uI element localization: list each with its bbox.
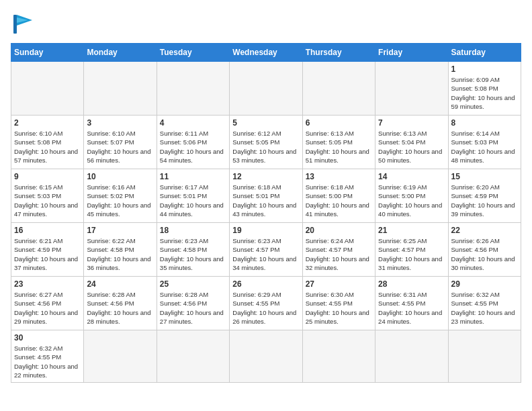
calendar-cell [84,330,157,383]
day-number: 3 [87,118,153,128]
day-number: 5 [232,118,299,128]
cell-info: Sunrise: 6:30 AMSunset: 4:55 PMDaylight:… [306,290,372,326]
calendar-cell [375,330,448,383]
svg-rect-0 [13,15,17,34]
day-number: 13 [306,172,372,181]
calendar-cell: 17Sunrise: 6:22 AMSunset: 4:58 PMDayligh… [84,223,157,277]
calendar-cell [84,62,157,116]
calendar-cell: 28Sunrise: 6:31 AMSunset: 4:55 PMDayligh… [375,277,448,330]
calendar-cell: 25Sunrise: 6:28 AMSunset: 4:56 PMDayligh… [157,277,229,330]
cell-info: Sunrise: 6:13 AMSunset: 5:04 PMDaylight:… [378,129,445,165]
calendar-cell [302,330,375,383]
cell-info: Sunrise: 6:24 AMSunset: 4:57 PMDaylight:… [306,236,372,272]
cell-info: Sunrise: 6:22 AMSunset: 4:58 PMDaylight:… [87,236,153,272]
calendar-cell: 14Sunrise: 6:19 AMSunset: 5:00 PMDayligh… [375,169,448,223]
day-number: 30 [14,333,81,342]
cell-info: Sunrise: 6:21 AMSunset: 4:59 PMDaylight:… [14,236,81,272]
cell-info: Sunrise: 6:26 AMSunset: 4:56 PMDaylight:… [451,236,518,272]
calendar-cell: 22Sunrise: 6:26 AMSunset: 4:56 PMDayligh… [448,223,521,277]
page-header [11,11,521,38]
cell-info: Sunrise: 6:09 AMSunset: 5:08 PMDaylight:… [451,75,518,111]
header-monday: Monday [84,44,157,62]
logo-icon [11,11,38,38]
calendar-cell [230,62,302,116]
header-thursday: Thursday [302,44,375,62]
cell-info: Sunrise: 6:13 AMSunset: 5:05 PMDaylight:… [306,129,372,165]
day-number: 12 [232,172,299,181]
day-number: 14 [378,172,445,181]
calendar-cell: 12Sunrise: 6:18 AMSunset: 5:01 PMDayligh… [230,169,302,223]
cell-info: Sunrise: 6:15 AMSunset: 5:03 PMDaylight:… [14,183,81,218]
calendar-week-row: 16Sunrise: 6:21 AMSunset: 4:59 PMDayligh… [11,223,521,277]
calendar-cell: 15Sunrise: 6:20 AMSunset: 4:59 PMDayligh… [448,169,521,223]
calendar-cell: 19Sunrise: 6:23 AMSunset: 4:57 PMDayligh… [230,223,302,277]
calendar-cell [302,62,375,116]
calendar-cell: 29Sunrise: 6:32 AMSunset: 4:55 PMDayligh… [448,277,521,330]
day-number: 8 [451,118,518,128]
header-saturday: Saturday [448,44,521,62]
calendar-cell: 26Sunrise: 6:29 AMSunset: 4:55 PMDayligh… [230,277,302,330]
calendar-cell: 10Sunrise: 6:16 AMSunset: 5:02 PMDayligh… [84,169,157,223]
day-number: 26 [232,279,299,289]
calendar-cell: 7Sunrise: 6:13 AMSunset: 5:04 PMDaylight… [375,116,448,169]
cell-info: Sunrise: 6:17 AMSunset: 5:01 PMDaylight:… [160,183,226,218]
calendar-week-row: 23Sunrise: 6:27 AMSunset: 4:56 PMDayligh… [11,277,521,330]
calendar-cell: 18Sunrise: 6:23 AMSunset: 4:58 PMDayligh… [157,223,229,277]
cell-info: Sunrise: 6:27 AMSunset: 4:56 PMDaylight:… [14,290,81,326]
day-number: 23 [14,279,81,289]
calendar-header-row: SundayMondayTuesdayWednesdayThursdayFrid… [11,44,521,62]
cell-info: Sunrise: 6:20 AMSunset: 4:59 PMDaylight:… [451,183,518,218]
calendar-cell: 23Sunrise: 6:27 AMSunset: 4:56 PMDayligh… [11,277,84,330]
calendar-cell: 30Sunrise: 6:32 AMSunset: 4:55 PMDayligh… [11,330,84,383]
day-number: 1 [451,64,518,74]
calendar-cell: 24Sunrise: 6:28 AMSunset: 4:56 PMDayligh… [84,277,157,330]
calendar-cell: 3Sunrise: 6:10 AMSunset: 5:07 PMDaylight… [84,116,157,169]
calendar-cell [11,62,84,116]
calendar-cell [230,330,302,383]
calendar-cell: 11Sunrise: 6:17 AMSunset: 5:01 PMDayligh… [157,169,229,223]
cell-info: Sunrise: 6:10 AMSunset: 5:07 PMDaylight:… [87,129,153,165]
cell-info: Sunrise: 6:28 AMSunset: 4:56 PMDaylight:… [160,290,226,326]
cell-info: Sunrise: 6:32 AMSunset: 4:55 PMDaylight:… [451,290,518,326]
day-number: 9 [14,172,81,181]
cell-info: Sunrise: 6:14 AMSunset: 5:03 PMDaylight:… [451,129,518,165]
logo [11,11,40,38]
calendar-cell: 13Sunrise: 6:18 AMSunset: 5:00 PMDayligh… [302,169,375,223]
cell-info: Sunrise: 6:18 AMSunset: 5:01 PMDaylight:… [232,183,299,218]
cell-info: Sunrise: 6:16 AMSunset: 5:02 PMDaylight:… [87,183,153,218]
cell-info: Sunrise: 6:25 AMSunset: 4:57 PMDaylight:… [378,236,445,272]
calendar-week-row: 2Sunrise: 6:10 AMSunset: 5:08 PMDaylight… [11,116,521,169]
day-number: 10 [87,172,153,181]
day-number: 11 [160,172,226,181]
cell-info: Sunrise: 6:23 AMSunset: 4:58 PMDaylight:… [160,236,226,272]
day-number: 15 [451,172,518,181]
calendar-cell: 8Sunrise: 6:14 AMSunset: 5:03 PMDaylight… [448,116,521,169]
calendar-week-row: 9Sunrise: 6:15 AMSunset: 5:03 PMDaylight… [11,169,521,223]
day-number: 28 [378,279,445,289]
calendar-cell: 5Sunrise: 6:12 AMSunset: 5:05 PMDaylight… [230,116,302,169]
cell-info: Sunrise: 6:19 AMSunset: 5:00 PMDaylight:… [378,183,445,218]
calendar-cell [375,62,448,116]
cell-info: Sunrise: 6:11 AMSunset: 5:06 PMDaylight:… [160,129,226,165]
day-number: 17 [87,226,153,235]
day-number: 25 [160,279,226,289]
calendar-table: SundayMondayTuesdayWednesdayThursdayFrid… [11,43,521,383]
cell-info: Sunrise: 6:23 AMSunset: 4:57 PMDaylight:… [232,236,299,272]
cell-info: Sunrise: 6:12 AMSunset: 5:05 PMDaylight:… [232,129,299,165]
day-number: 19 [232,226,299,235]
day-number: 22 [451,226,518,235]
calendar-week-row: 1Sunrise: 6:09 AMSunset: 5:08 PMDaylight… [11,62,521,116]
cell-info: Sunrise: 6:28 AMSunset: 4:56 PMDaylight:… [87,290,153,326]
cell-info: Sunrise: 6:32 AMSunset: 4:55 PMDaylight:… [14,344,81,379]
day-number: 16 [14,226,81,235]
header-wednesday: Wednesday [230,44,302,62]
cell-info: Sunrise: 6:10 AMSunset: 5:08 PMDaylight:… [14,129,81,165]
calendar-cell [448,330,521,383]
calendar-cell: 1Sunrise: 6:09 AMSunset: 5:08 PMDaylight… [448,62,521,116]
calendar-cell: 4Sunrise: 6:11 AMSunset: 5:06 PMDaylight… [157,116,229,169]
day-number: 2 [14,118,81,128]
cell-info: Sunrise: 6:29 AMSunset: 4:55 PMDaylight:… [232,290,299,326]
calendar-week-row: 30Sunrise: 6:32 AMSunset: 4:55 PMDayligh… [11,330,521,383]
day-number: 7 [378,118,445,128]
calendar-cell: 27Sunrise: 6:30 AMSunset: 4:55 PMDayligh… [302,277,375,330]
